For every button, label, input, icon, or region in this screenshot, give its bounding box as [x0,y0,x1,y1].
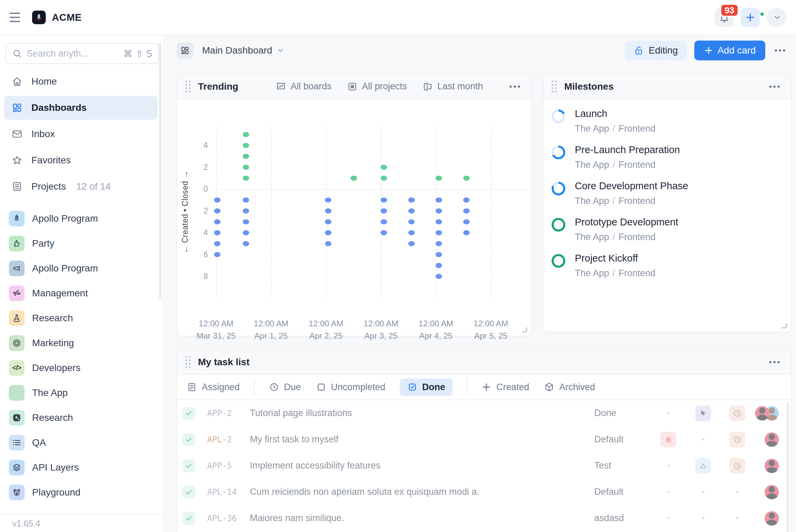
milestone-launch[interactable]: LaunchThe App/Frontend [552,108,783,134]
filter-all-boards[interactable]: All boards [276,81,331,92]
dashboard-more-button[interactable] [771,46,788,55]
drag-handle-icon[interactable] [185,80,190,92]
sidebar-project-playground[interactable]: Playground [4,480,158,505]
create-button[interactable] [741,8,760,27]
task-row-apl-2[interactable]: APL-2My first task to myselfDefault [177,426,791,453]
task-status: asdasd [594,513,624,523]
notification-badge: 93 [720,4,739,17]
sidebar-project-apollo-program[interactable]: Apollo Program [4,206,158,231]
done-checkbox-icon[interactable] [182,459,195,472]
tab-assigned[interactable]: Assigned [186,379,240,396]
milestone-name: Core Development Phase [575,180,688,192]
sidebar-item-inbox[interactable]: Inbox [4,122,158,146]
x-axis-tick: 12:00 AMApr 5, 25 [453,317,528,342]
sidebar-nav: Home Dashboards Inbox Favorites Projects… [4,70,158,201]
dashboard-grid-button[interactable] [177,42,193,59]
drag-handle-icon[interactable] [552,80,557,92]
clock-icon[interactable] [729,432,745,447]
milestone-project-kickoff[interactable]: Project KickoffThe App/Frontend [552,253,783,279]
done-checkbox-icon[interactable] [182,512,195,525]
data-point-created [408,241,415,246]
task-list-more-button[interactable] [766,358,783,367]
task-row-app-2[interactable]: APP-2Tutorial page illustrationsDone [177,400,791,426]
square-icon [316,382,326,392]
task-row-apl-14[interactable]: APL-14Cum reiciendis non aperiam soluta … [177,479,791,505]
triangle-icon[interactable] [695,458,711,474]
sidebar-project-marketing[interactable]: Marketing [4,330,158,355]
clock-icon[interactable] [729,458,745,474]
board-icon [276,82,286,92]
y-axis-tick: 4 [184,141,208,150]
sidebar-project-qa[interactable]: QA [4,430,158,455]
sidebar-project-management[interactable]: Management [4,281,158,306]
task-list-scrollbar[interactable] [786,402,789,532]
code-icon: </> [9,360,25,376]
dashboard-selector[interactable]: Main Dashboard [202,45,285,56]
search-box[interactable]: ⌘⇧S [5,43,159,64]
tab-archived[interactable]: Archived [543,379,596,396]
urgent-icon[interactable] [660,432,676,447]
task-row-app-5[interactable]: APP-5Implement accessibility featuresTes… [177,453,791,479]
search-icon [12,49,22,58]
data-point-created [408,230,415,235]
sidebar-project-research[interactable]: Research [4,405,158,430]
project-list: Apollo ProgramPartyApollo ProgramManagem… [4,206,158,505]
tab-uncompleted[interactable]: Uncompleted [315,379,386,396]
data-point-created [381,208,387,213]
rocket-icon [9,211,25,226]
tab-created[interactable]: Created [481,379,530,396]
milestone-core-development-phase[interactable]: Core Development PhaseThe App/Frontend [552,180,783,206]
sidebar-project-developers[interactable]: </>Developers [4,355,158,380]
cursor-icon[interactable] [695,405,711,421]
drag-handle-icon[interactable] [185,356,190,368]
milestones-more-button[interactable] [766,82,783,91]
tab-due[interactable]: Due [268,379,302,396]
sidebar-item-projects[interactable]: Projects 12 of 14 [4,175,158,198]
sidebar-project-the-app[interactable]: The App [4,380,158,405]
tab-done[interactable]: Done [400,379,453,396]
target-icon [9,335,25,351]
data-point-created [243,241,249,246]
workspace-logo[interactable] [32,11,46,24]
data-point-created [463,197,470,203]
filter-all-projects[interactable]: All projects [347,81,407,92]
account-menu[interactable] [767,8,786,27]
hamburger-menu-icon[interactable] [10,10,25,25]
data-point-created [381,219,387,224]
sidebar-project-api-layers[interactable]: API Layers [4,455,158,480]
search-input[interactable] [27,48,118,59]
project-name: Apollo Program [32,263,98,274]
milestone-progress-ring [552,109,565,123]
resize-handle[interactable] [522,327,527,332]
task-status: Default [594,487,624,497]
task-id: APL-14 [207,487,250,497]
notifications-button[interactable]: 93 [715,8,734,27]
sidebar-item-home[interactable]: Home [4,70,158,93]
sidebar-project-research[interactable]: Research [4,306,158,330]
task-row-apl-36[interactable]: APL-36Maiores nam similique.asdasd [177,505,791,531]
milestone-prototype-development[interactable]: Prototype DevelopmentThe App/Frontend [552,217,783,242]
data-point-created [243,197,249,203]
milestone-pre-launch-preparation[interactable]: Pre-Launch PreparationThe App/Frontend [552,144,783,170]
data-point-created [381,230,387,235]
project-name: The App [32,387,68,398]
trending-card: Trending All boardsAll projectsLast mont… [177,74,532,336]
sidebar-item-favorites[interactable]: Favorites [4,148,158,172]
add-card-button[interactable]: Add card [694,41,765,60]
trending-more-button[interactable] [506,82,523,91]
sidebar-scrollbar[interactable] [159,43,161,299]
sidebar-item-dashboards[interactable]: Dashboards [4,96,158,120]
data-point-created [436,197,442,203]
editing-toggle[interactable]: Editing [625,41,687,60]
sidebar-project-party[interactable]: Party [4,231,158,256]
done-checkbox-icon[interactable] [182,407,195,420]
sidebar-project-apollo-program[interactable]: Apollo Program [4,256,158,281]
resize-handle[interactable] [782,323,787,328]
done-checkbox-icon[interactable] [182,486,195,499]
done-checkbox-icon[interactable] [182,433,195,446]
filter-last-month[interactable]: Last month [423,81,483,92]
milestones-list: LaunchThe App/FrontendPre-Launch Prepara… [543,100,791,289]
assignee-avatars [765,511,779,526]
clock-icon[interactable] [729,405,745,421]
sidebar: ⌘⇧S Home Dashboards Inbox Favorites [0,35,164,532]
